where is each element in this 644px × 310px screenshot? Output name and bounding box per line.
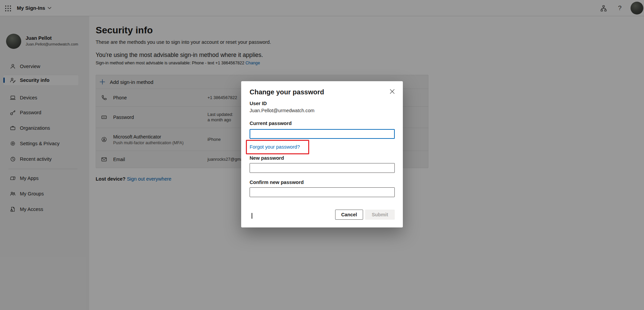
cancel-button[interactable]: Cancel — [335, 210, 363, 220]
current-password-input[interactable] — [250, 129, 395, 139]
new-password-label: New password — [250, 155, 284, 161]
dialog-buttons: Cancel Submit — [335, 210, 395, 220]
confirm-password-input[interactable] — [250, 187, 395, 197]
submit-button[interactable]: Submit — [365, 210, 395, 220]
user-id-label: User ID — [250, 101, 267, 106]
current-password-label: Current password — [250, 121, 292, 126]
text-cursor — [252, 213, 252, 219]
forgot-password-link[interactable]: Forgot your password? — [250, 144, 300, 150]
dialog-title: Change your password — [250, 88, 324, 96]
confirm-password-label: Confirm new password — [250, 180, 304, 185]
close-icon[interactable] — [388, 87, 396, 96]
user-id-value: Juan.Pellot@urmedwatch.com — [250, 108, 315, 113]
change-password-dialog: Change your password User ID Juan.Pellot… — [241, 81, 403, 227]
new-password-input[interactable] — [250, 163, 395, 173]
